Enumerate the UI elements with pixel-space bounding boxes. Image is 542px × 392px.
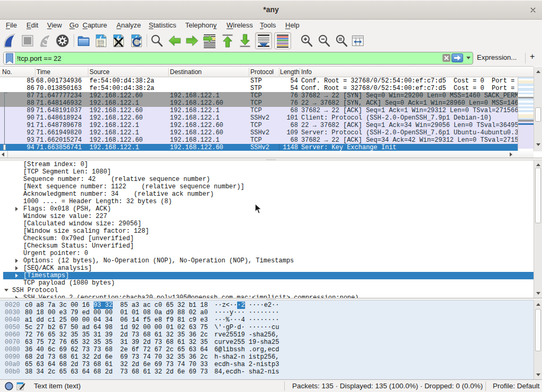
svg-text:0011: 0011 [97, 44, 104, 48]
